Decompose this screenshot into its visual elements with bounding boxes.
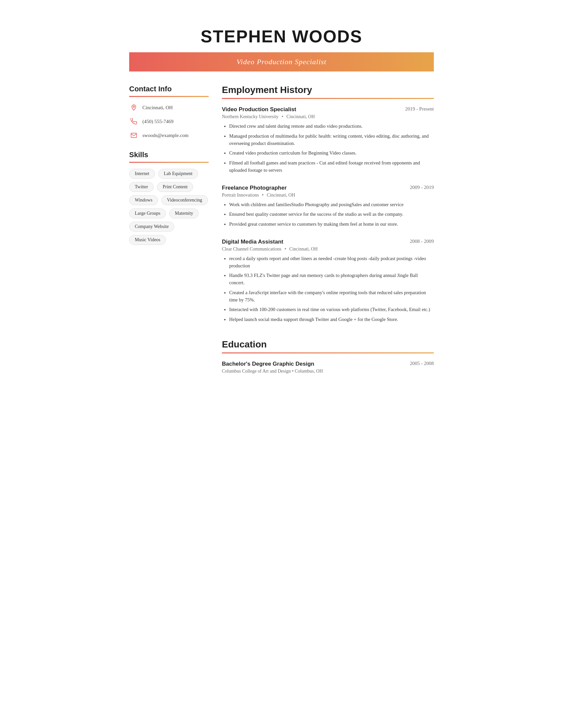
main-content: Employment History Video Production Spec… (222, 85, 434, 385)
education-entry-1: Bachelor's Degree Graphic Design 2005 - … (222, 361, 434, 374)
email-icon (129, 131, 138, 140)
bullet-item: Directed crew and talent during remote a… (229, 123, 434, 130)
bullet-item: Created video production curriculum for … (229, 150, 434, 157)
contact-location-text: Cincinnati, OH (142, 105, 173, 111)
tagline-bar: Video Production Specialist (129, 52, 434, 71)
skills-section: Skills Internet Lab Equipment Twitter Pr… (129, 151, 209, 245)
job-title-2: Freelance Photographer (222, 185, 287, 191)
employment-divider (222, 98, 434, 99)
job-title-1: Video Production Specialist (222, 106, 297, 113)
skill-tags-container: Internet Lab Equipment Twitter Print Con… (129, 169, 209, 245)
skills-section-title: Skills (129, 151, 209, 159)
skill-tag: Internet (129, 169, 155, 179)
skill-tag: Maternity (169, 208, 199, 218)
skill-tag: Music Videos (129, 235, 166, 245)
education-section-title: Education (222, 339, 434, 350)
job-entry-3: Digital Media Assistant 2008 - 2009 Clea… (222, 239, 434, 323)
job-title-3: Digital Media Assistant (222, 239, 283, 245)
bullet-item: record a daily sports report and other l… (229, 255, 434, 270)
contact-list: Cincinnati, OH (450) 555-7469 swoods@exa… (129, 103, 209, 140)
bullet-item: Managed production of multimedia for pub… (229, 133, 434, 147)
skill-tag: Windows (129, 195, 158, 205)
job-date-1: 2019 - Present (405, 106, 434, 112)
education-section: Education Bachelor's Degree Graphic Desi… (222, 339, 434, 374)
skill-tag: Lab Equipment (158, 169, 198, 179)
employment-section-title: Employment History (222, 85, 434, 95)
job-company-1: Northern Kentucky University • Cincinnat… (222, 114, 434, 119)
bullet-item: Filmed all football games and team pract… (229, 159, 434, 174)
contact-phone-text: (450) 555-7469 (142, 119, 173, 124)
contact-phone: (450) 555-7469 (129, 117, 209, 126)
bullet-item: Interacted with 100-200 customers in rea… (229, 306, 434, 313)
contact-divider (129, 96, 209, 97)
job-date-3: 2008 - 2009 (410, 239, 434, 244)
job-company-2: Portrait Innovations • Cincinnati, OH (222, 193, 434, 198)
job-bullets-3: record a daily sports report and other l… (222, 255, 434, 323)
job-bullets-2: Work with children and familiesStudio Ph… (222, 201, 434, 228)
edu-school-1: Columbus College of Art and Design • Col… (222, 369, 434, 374)
bullet-item: Helped launch social media support throu… (229, 316, 434, 323)
bullet-item: Work with children and familiesStudio Ph… (229, 201, 434, 208)
phone-icon (129, 117, 138, 126)
contact-section-title: Contact Info (129, 85, 209, 93)
bullet-item: Ensured best quality customer service fo… (229, 211, 434, 218)
bullet-item: Created a JavaScript interface with the … (229, 289, 434, 304)
bullet-item: Handle 93.3 FLZ's Twitter page and run m… (229, 272, 434, 287)
edu-degree-1: Bachelor's Degree Graphic Design (222, 361, 314, 367)
job-header-2: Freelance Photographer 2009 - 2019 (222, 185, 434, 191)
contact-location: Cincinnati, OH (129, 103, 209, 112)
edu-date-1: 2005 - 2008 (410, 361, 434, 367)
job-entry-2: Freelance Photographer 2009 - 2019 Portr… (222, 185, 434, 228)
job-date-2: 2009 - 2019 (410, 185, 434, 190)
job-header-1: Video Production Specialist 2019 - Prese… (222, 106, 434, 113)
skill-tag: Large Groups (129, 208, 166, 218)
sidebar: Contact Info Cincinnati, OH (450) 555-74… (129, 85, 209, 385)
location-icon (129, 103, 138, 112)
job-header-3: Digital Media Assistant 2008 - 2009 (222, 239, 434, 245)
edu-header-1: Bachelor's Degree Graphic Design 2005 - … (222, 361, 434, 367)
candidate-name: STEPHEN WOODS (129, 26, 434, 46)
resume-header: STEPHEN WOODS (129, 13, 434, 46)
skills-divider (129, 162, 209, 163)
employment-section: Employment History Video Production Spec… (222, 85, 434, 323)
job-company-3: Clear Channel Communications • Cincinnat… (222, 247, 434, 252)
education-divider (222, 352, 434, 353)
skill-tag: Company Website (129, 222, 174, 232)
bullet-item: Provided great customer service to custo… (229, 221, 434, 228)
skill-tag: Videoconferencing (161, 195, 208, 205)
skill-tag: Print Content (157, 182, 193, 192)
contact-email-text: swoods@example.com (142, 133, 188, 138)
job-title-tagline: Video Production Specialist (236, 58, 326, 66)
job-entry-1: Video Production Specialist 2019 - Prese… (222, 106, 434, 174)
contact-email: swoods@example.com (129, 131, 209, 140)
skill-tag: Twitter (129, 182, 154, 192)
svg-point-0 (133, 106, 134, 107)
job-bullets-1: Directed crew and talent during remote a… (222, 123, 434, 174)
